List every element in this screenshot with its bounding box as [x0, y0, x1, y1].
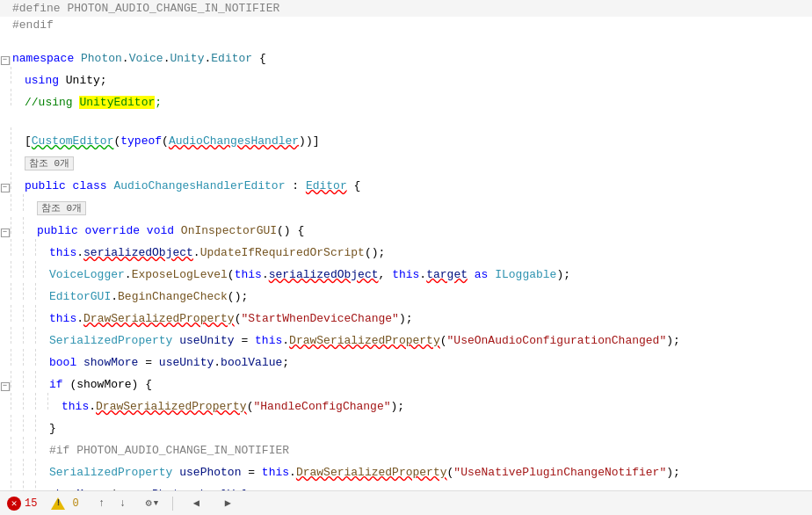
line-gutter-4: − — [0, 56, 11, 65]
code-line-content-6: //using UnityEditor; — [23, 94, 812, 111]
line-2: #endif — [0, 17, 812, 33]
indent-guide — [11, 217, 23, 234]
indent-guide — [23, 459, 35, 475]
indent-guide — [35, 261, 47, 278]
indent-guide — [47, 393, 60, 410]
line-17: SerializedProperty useUnity = this.DrawS… — [0, 327, 812, 349]
indent-guide — [35, 349, 47, 366]
gear-icon: ⚙ — [146, 497, 152, 510]
code-line-content-15: EditorGUI.BeginChangeCheck(); — [47, 288, 812, 305]
collapse-btn-12[interactable]: − — [1, 228, 10, 237]
indent-guide — [11, 149, 23, 166]
indent-guide — [23, 239, 35, 256]
indent-guide — [11, 89, 23, 105]
line-14: VoiceLogger.ExposeLogLevel(this.serializ… — [0, 261, 812, 283]
indent-guide — [23, 305, 35, 322]
indent-guide — [11, 261, 23, 278]
code-area: #define PHOTON_AUDIO_CHANGE_IN_NOTIFIER#… — [0, 0, 812, 490]
line-11: 참조 0개 — [0, 194, 812, 217]
line-1: #define PHOTON_AUDIO_CHANGE_IN_NOTIFIER — [0, 0, 812, 17]
code-line-content-10: public class AudioChangesHandlerEditor :… — [23, 178, 812, 194]
line-13: this.serializedObject.UpdateIfRequiredOr… — [0, 239, 812, 261]
code-line-content-17: SerializedProperty useUnity = this.DrawS… — [47, 332, 812, 349]
indent-guide — [23, 283, 35, 300]
collapse-btn-4[interactable]: − — [1, 56, 10, 65]
indent-guide — [35, 371, 47, 388]
line-7 — [0, 111, 812, 127]
code-line-content-24: showMore |= usePhoton.boolValue; — [47, 486, 812, 490]
code-line-content-22: #if PHOTON_AUDIO_CHANGE_IN_NOTIFIER — [47, 442, 812, 459]
code-line-content-18: bool showMore = useUnity.boolValue; — [47, 354, 812, 371]
collapse-btn-10[interactable]: − — [1, 184, 10, 192]
indent-guide — [23, 481, 35, 490]
line-10: −public class AudioChangesHandlerEditor … — [0, 172, 812, 194]
indent-guide — [23, 393, 35, 410]
line-gutter-12: − — [0, 228, 11, 237]
line-23: SerializedProperty usePhoton = this.Draw… — [0, 459, 812, 481]
code-line-content-21: } — [47, 420, 812, 437]
prev-btn[interactable]: ◀ — [187, 495, 205, 512]
indent-guide — [11, 481, 23, 490]
reference-tag: 참조 0개 — [37, 201, 86, 215]
line-6: //using UnityEditor; — [0, 89, 812, 111]
indent-guide — [11, 349, 23, 366]
line-9: 참조 0개 — [0, 149, 812, 172]
indent-guide — [11, 459, 23, 475]
status-bar: ✕ 15 0 ↑ ↓ ⚙ ▼ ◀ ▶ — [0, 490, 812, 515]
down-arrow-btn[interactable]: ↓ — [114, 495, 132, 512]
code-line-content-14: VoiceLogger.ExposeLogLevel(this.serializ… — [47, 266, 812, 283]
next-btn[interactable]: ▶ — [219, 495, 236, 512]
code-line-content-4: namespace Photon.Voice.Unity.Editor { — [11, 50, 812, 67]
line-3 — [0, 33, 812, 50]
indent-guide — [35, 327, 47, 344]
warning-status[interactable]: 0 — [51, 497, 78, 510]
code-line-content-1: #define PHOTON_AUDIO_CHANGE_IN_NOTIFIER — [11, 0, 812, 17]
line-12: −public override void OnInspectorGUI() { — [0, 217, 812, 239]
warning-icon — [51, 497, 65, 510]
code-line-content-19: if (showMore) { — [47, 376, 812, 393]
indent-guide — [11, 67, 23, 83]
code-line-content-13: this.serializedObject.UpdateIfRequiredOr… — [47, 244, 812, 261]
code-line-content-9: 참조 0개 — [23, 155, 812, 172]
code-editor: #define PHOTON_AUDIO_CHANGE_IN_NOTIFIER#… — [0, 0, 812, 490]
indent-guide — [35, 459, 47, 475]
line-16: this.DrawSerializedProperty("StartWhenDe… — [0, 305, 812, 327]
indent-guide — [23, 194, 35, 211]
line-24: showMore |= usePhoton.boolValue; — [0, 481, 812, 490]
line-4: −namespace Photon.Voice.Unity.Editor { — [0, 50, 812, 67]
indent-guide — [11, 283, 23, 300]
collapse-btn-19[interactable]: − — [1, 382, 10, 391]
indent-guide — [11, 371, 23, 388]
error-status[interactable]: ✕ 15 — [7, 497, 37, 511]
line-22: #if PHOTON_AUDIO_CHANGE_IN_NOTIFIER — [0, 437, 812, 459]
indent-guide — [35, 437, 47, 453]
warning-count: 0 — [72, 497, 78, 510]
code-line-content-16: this.DrawSerializedProperty("StartWhenDe… — [47, 310, 812, 327]
indent-guide — [35, 305, 47, 322]
indent-guide — [23, 217, 35, 234]
nav-arrows: ↑ ↓ — [93, 495, 132, 512]
line-5: using Unity; — [0, 67, 812, 89]
separator — [172, 497, 173, 511]
line-19: −if (showMore) { — [0, 371, 812, 393]
indent-guide — [23, 327, 35, 344]
reference-tag: 참조 0개 — [25, 156, 74, 170]
code-line-content-12: public override void OnInspectorGUI() { — [35, 222, 812, 239]
line-20: this.DrawSerializedProperty("HandleConfi… — [0, 393, 812, 415]
error-icon: ✕ — [7, 497, 21, 511]
indent-guide — [11, 327, 23, 344]
code-line-content-11: 참조 0개 — [35, 199, 812, 217]
code-line-content-23: SerializedProperty usePhoton = this.Draw… — [47, 464, 812, 481]
up-arrow-btn[interactable]: ↑ — [93, 495, 111, 512]
gear-button[interactable]: ⚙ ▼ — [146, 497, 159, 510]
line-21: } — [0, 415, 812, 437]
indent-guide — [35, 481, 47, 490]
indent-guide — [11, 172, 23, 189]
indent-guide — [11, 415, 23, 432]
gear-dropdown-arrow: ▼ — [154, 499, 158, 508]
line-gutter-10: − — [0, 184, 11, 192]
indent-guide — [23, 371, 35, 388]
code-line-content-5: using Unity; — [23, 72, 812, 89]
error-count: 15 — [25, 497, 37, 510]
line-gutter-19: − — [0, 382, 11, 391]
